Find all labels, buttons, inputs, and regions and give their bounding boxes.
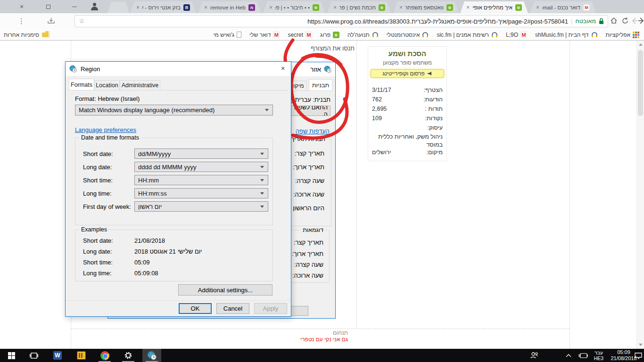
ok-button[interactable]: OK <box>179 303 212 314</box>
scroll-down-icon[interactable] <box>639 344 643 346</box>
ad-banner-label: פרסום וקופירייטינג <box>382 71 424 76</box>
tab-close-icon[interactable]: × <box>466 5 470 10</box>
language-indicator[interactable]: עבר HE3 <box>589 349 608 362</box>
dialog-close-button[interactable]: × <box>275 62 291 75</box>
bookmark-instrumental[interactable]: אינסטרומנטלי <box>387 32 429 38</box>
stat-label: תודות : <box>425 106 443 112</box>
tab-close-icon[interactable]: × <box>333 5 337 10</box>
hebrew-group-label: תבניות תאריך <box>289 136 327 142</box>
dialog-footer-divider <box>66 300 291 301</box>
taskbar-word-button[interactable]: W <box>48 349 67 362</box>
tab-close-icon[interactable]: × <box>536 5 539 10</box>
minimize-icon <box>72 7 77 7</box>
hebrew-dialog-title: אזור <box>310 66 321 73</box>
chevron-up-icon <box>566 354 571 357</box>
megaphone-icon <box>427 71 432 76</box>
taskbar-settings-button[interactable] <box>119 349 138 362</box>
signature-name[interactable]: תנחום <box>333 329 348 336</box>
bookmark-prog[interactable]: פ פרוג <box>320 32 339 38</box>
post-attachment-link[interactable]: תנסו את המצורף <box>311 45 355 52</box>
url-text: https://www.prog.co.il/threads/383003.אי… <box>307 18 568 25</box>
tab-administrative[interactable]: Administrative <box>120 80 160 90</box>
format-select[interactable]: Match Windows display language (recommen… <box>75 105 273 115</box>
tab-formats[interactable]: Formats <box>69 79 94 90</box>
url-area: https://www.prog.co.il/threads/383003.אי… <box>307 16 604 27</box>
taskbar-region-button[interactable] <box>142 349 161 362</box>
tab-prog-chochmat-nashim[interactable]: פ חכמת נשים | פרוג × <box>327 1 391 13</box>
tab-close-icon[interactable]: × <box>204 5 207 10</box>
hebrew-tab-formats[interactable]: תבניות <box>309 79 332 90</box>
stat-row: תודות : 2,695 <box>371 106 443 114</box>
tab-gmail-inbox[interactable]: M דואר נכנס - Gmail × <box>530 1 596 13</box>
tray-expand-button[interactable] <box>562 349 575 362</box>
cancel-button[interactable]: Cancel <box>216 303 249 314</box>
tab-close-icon[interactable]: × <box>136 5 140 10</box>
region-dialog-titlebar[interactable]: Region × <box>66 62 291 76</box>
window-restore-button[interactable] <box>40 0 57 13</box>
address-bar[interactable]: ☆ https://www.prog.co.il/threads/383003.… <box>74 15 608 27</box>
new-tab-button[interactable] <box>107 2 129 13</box>
bezeq-icon: B <box>183 4 190 11</box>
language-preferences-link[interactable]: Language preferences <box>75 126 136 133</box>
bookmark-l9o[interactable]: M L;9O <box>506 32 527 38</box>
menu-icon[interactable]: ⋮ <box>18 17 25 25</box>
task-view-button[interactable] <box>25 349 43 362</box>
tab-close-icon[interactable]: × <box>269 5 272 10</box>
bookmark-my-mail[interactable]: M דואר שלי <box>249 32 280 38</box>
window-close-button[interactable]: × <box>13 0 30 13</box>
forward-icon[interactable] <box>637 17 644 25</box>
secure-label[interactable]: מאובטח <box>575 18 596 25</box>
long-time-select[interactable]: HH:mm:ss <box>134 188 268 198</box>
battery-indicator[interactable] <box>576 349 590 362</box>
stat-row: עיסוק: <box>371 124 443 133</box>
stat-row: מיקום: ירושלים <box>371 149 443 157</box>
taskbar-gold-app-button[interactable] <box>72 349 91 362</box>
page-scrollbar[interactable] <box>636 41 644 349</box>
prog-icon: פ <box>446 4 453 11</box>
bookmark-star-icon[interactable]: ☆ <box>79 17 85 25</box>
profile-avatar-icon[interactable] <box>91 3 98 10</box>
bookmark-artist-list[interactable]: רשימת אמנים | sic.fm <box>437 32 498 38</box>
short-date-select[interactable]: dd/MM/yyyy <box>134 148 268 159</box>
hebrew-language-preferences-link[interactable]: העדפות שפה <box>296 128 330 135</box>
bookmark-tnuala[interactable]: תנועה'לה <box>347 32 379 38</box>
example-value: יום שלישי 21 אוגוסט 2018 <box>134 248 202 255</box>
bookmark-label: אינסטרומנטלי <box>387 32 420 38</box>
additional-settings-button[interactable]: Additional settings... <box>178 284 272 296</box>
tab-remove-in-hebrew[interactable]: מ remove in Hebrew × <box>198 1 261 13</box>
bookmark-jewish-me[interactable]: ג'ואיש מי <box>214 32 242 38</box>
reload-icon[interactable] <box>621 17 629 25</box>
first-day-select[interactable]: יום ראשון <box>134 201 268 212</box>
tab-active-office-replace[interactable]: פ איך מחליפים אופיס × <box>460 1 528 13</box>
folder-icon <box>42 33 49 37</box>
tab-close-icon[interactable]: × <box>399 5 403 10</box>
bookmark-secret[interactable]: M secret <box>288 32 312 38</box>
window-minimize-button[interactable] <box>66 0 83 13</box>
hebrew-match-language-button[interactable]: התאם לשפת ה <box>290 106 330 116</box>
ad-banner-button[interactable]: פרסום וקופירייטינג <box>371 69 444 78</box>
home-icon[interactable] <box>610 17 618 25</box>
start-button[interactable] <box>2 349 21 362</box>
select-value: dddd dd MMMM yyyy <box>138 164 197 171</box>
bookmark-shmusic-home[interactable]: דף הבית | shMusic.fm <box>535 32 598 38</box>
long-date-select[interactable]: dddd dd MMMM yyyy <box>134 162 268 172</box>
group-label: Date and time formats <box>79 134 141 141</box>
taskbar: W עבר HE3 <box>0 349 644 362</box>
username-link[interactable]: הסכת ושמע <box>368 49 446 58</box>
people-button[interactable] <box>526 349 542 362</box>
tab-whatsapp-family[interactable]: פ וואטסאפ משפחתי × <box>393 1 459 13</box>
tab-bezeq-antivirus[interactable]: B בזק אנטי וירוס - ש × <box>130 1 196 13</box>
hebrew-format-label: תבנית: עברית ( <box>291 96 330 103</box>
action-center-button[interactable] <box>633 349 644 362</box>
tab-prog-chibur[interactable]: פ • • חיבור • • | פרוג × <box>263 1 325 13</box>
tab-location[interactable]: Location <box>94 80 120 90</box>
download-tray-icon[interactable] <box>47 17 55 25</box>
stat-value: 762 <box>372 96 382 103</box>
scrollbar-thumb[interactable] <box>638 50 643 116</box>
other-bookmarks-button[interactable]: סימניות אחרות <box>4 29 49 40</box>
bookmark-apps[interactable]: אפליקציות <box>606 32 639 38</box>
apply-button[interactable]: Apply <box>254 303 287 314</box>
scroll-up-icon[interactable] <box>639 43 643 46</box>
short-time-select[interactable]: HH:mm <box>134 175 268 185</box>
taskbar-chrome-button[interactable] <box>95 349 114 362</box>
